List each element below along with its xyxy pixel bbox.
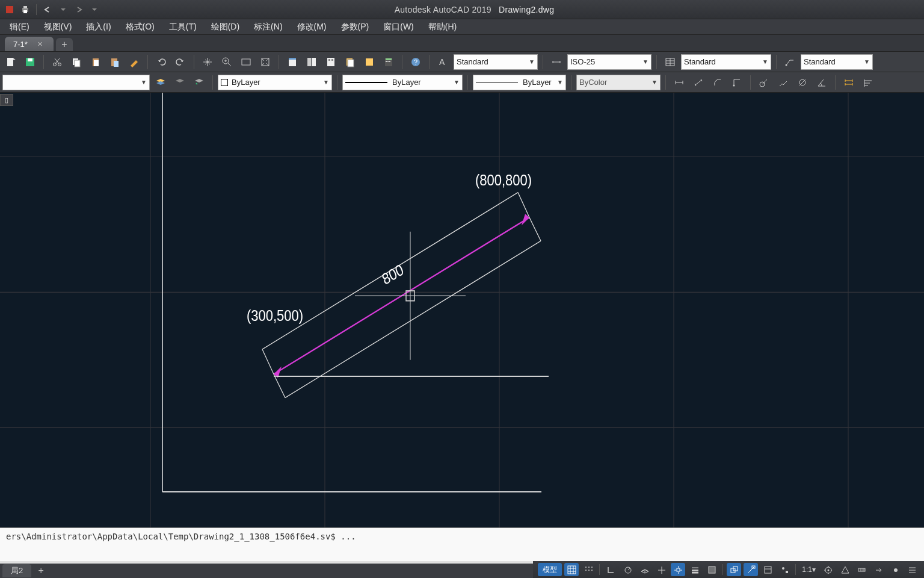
paste-special-icon[interactable] (106, 54, 123, 70)
dynamic-input-icon[interactable] (744, 563, 758, 576)
toolbar-row-1: ? A Standard▼ ISO-25▼ Standard▼ Standard… (0, 52, 924, 72)
dim-style-icon[interactable] (548, 54, 565, 70)
redo-icon[interactable] (172, 54, 189, 70)
close-icon[interactable]: ✕ (37, 40, 43, 48)
undo-icon[interactable] (42, 4, 54, 16)
text-style-icon[interactable]: A (434, 54, 451, 70)
grid-toggle-icon[interactable] (564, 563, 579, 576)
menu-dim[interactable]: 标注(N) (247, 20, 289, 34)
menu-format[interactable]: 格式(O) (119, 20, 162, 34)
cut-icon[interactable] (49, 54, 66, 70)
menu-param[interactable]: 参数(P) (334, 20, 377, 34)
dim-style-value: ISO-25 (570, 57, 595, 66)
design-center-icon[interactable] (303, 54, 320, 70)
annotation-monitor-icon[interactable] (837, 563, 852, 576)
dim-baseline-icon[interactable] (860, 74, 876, 91)
lineweight-toggle-icon[interactable] (688, 563, 702, 576)
workspace-switch-icon[interactable] (821, 563, 835, 576)
properties-icon[interactable] (284, 54, 301, 70)
dim-value-text: 800 (380, 261, 406, 288)
paste-icon[interactable] (87, 54, 104, 70)
linetype-dropdown[interactable]: ByLayer▼ (342, 75, 463, 90)
polar-toggle-icon[interactable] (620, 563, 635, 576)
dim-angular-icon[interactable] (813, 74, 830, 91)
table-style-dropdown[interactable]: Standard▼ (681, 54, 771, 70)
quickcalc-icon[interactable] (380, 54, 397, 70)
command-line-area[interactable]: ers\Administrator\AppData\Local\Temp\Dra… (0, 527, 924, 564)
layer-properties-icon[interactable] (152, 74, 169, 91)
annotation-scale[interactable]: 1:1 ▾ (799, 563, 818, 576)
tool-palettes-icon[interactable] (322, 54, 339, 70)
menu-window[interactable]: 窗口(W) (376, 20, 421, 34)
layer-dropdown[interactable]: ▼ (2, 75, 150, 90)
cycling-icon[interactable] (727, 563, 741, 576)
svg-point-72 (591, 570, 593, 571)
menu-help[interactable]: 帮助(H) (421, 20, 464, 34)
sheet-set-icon[interactable] (342, 54, 359, 70)
dim-ordinate-icon[interactable] (728, 74, 745, 91)
plotstyle-dropdown[interactable]: ByColor▼ (576, 75, 661, 90)
dim-aligned-icon[interactable] (690, 74, 707, 91)
isodraft-icon[interactable] (637, 563, 651, 576)
print-icon[interactable] (19, 4, 31, 16)
dim-linear-icon[interactable] (671, 74, 688, 91)
dim-jogged-icon[interactable] (775, 74, 792, 91)
new-icon[interactable] (2, 54, 19, 70)
layer-previous-icon[interactable] (191, 74, 208, 91)
markup-icon[interactable] (361, 54, 378, 70)
zoom-extents-icon[interactable] (257, 54, 274, 70)
status-bar: 模型 1:1 ▾ (533, 561, 924, 578)
app-icon[interactable] (4, 4, 16, 16)
isolate-objects-icon[interactable] (888, 563, 902, 576)
dim-diameter-icon[interactable] (794, 74, 811, 91)
save-icon[interactable] (22, 54, 38, 70)
copy-icon[interactable] (68, 54, 85, 70)
units-icon[interactable] (854, 563, 869, 576)
osnap-toggle-icon[interactable] (654, 563, 668, 576)
selection-filter-icon[interactable] (777, 563, 792, 576)
mleader-style-icon[interactable] (781, 54, 798, 70)
snap-toggle-icon[interactable] (581, 563, 596, 576)
dim-style-dropdown[interactable]: ISO-25▼ (567, 54, 651, 70)
redo-icon[interactable] (73, 4, 85, 16)
hardware-accel-icon[interactable] (871, 563, 886, 576)
table-style-icon[interactable] (662, 54, 679, 70)
autosnap-toggle-icon[interactable] (671, 563, 685, 576)
help-icon[interactable]: ? (407, 54, 424, 70)
pan-icon[interactable] (199, 54, 216, 70)
match-properties-icon[interactable] (126, 54, 143, 70)
menu-edit[interactable]: 辑(E) (2, 20, 37, 34)
aligned-dimension[interactable] (262, 193, 549, 398)
model-button[interactable]: 模型 (538, 563, 562, 576)
svg-rect-22 (327, 58, 334, 66)
drawing-area[interactable]: ▯ (0, 93, 924, 527)
undo-dropdown-icon[interactable] (57, 4, 69, 16)
undo-icon[interactable] (153, 54, 170, 70)
menu-modify[interactable]: 修改(M) (290, 20, 334, 34)
menu-tools[interactable]: 工具(T) (162, 20, 204, 34)
layer-states-icon[interactable] (171, 74, 188, 91)
menu-draw[interactable]: 绘图(D) (204, 20, 247, 34)
model-space-canvas[interactable]: 800 (800,800) (300,500) (0, 93, 924, 527)
redo-dropdown-icon[interactable] (88, 4, 100, 16)
layout-tab[interactable]: 局2 (2, 564, 31, 577)
new-tab-button[interactable]: + (56, 38, 73, 51)
menu-view[interactable]: 视图(V) (37, 20, 79, 34)
add-layout-button[interactable]: + (34, 565, 48, 576)
dim-quick-icon[interactable] (840, 74, 857, 91)
text-style-dropdown[interactable]: Standard▼ (454, 54, 538, 70)
mleader-style-dropdown[interactable]: Standard▼ (801, 54, 873, 70)
file-tab[interactable]: 7-1* ✕ (5, 37, 54, 51)
ortho-toggle-icon[interactable] (603, 563, 618, 576)
quick-properties-icon[interactable] (760, 563, 775, 576)
svg-rect-66 (568, 566, 576, 574)
zoom-window-icon[interactable] (238, 54, 254, 70)
transparency-toggle-icon[interactable] (704, 563, 719, 576)
customize-icon[interactable] (905, 563, 919, 576)
dim-arc-icon[interactable] (709, 74, 726, 91)
menu-insert[interactable]: 插入(I) (79, 20, 118, 34)
dim-radius-icon[interactable] (756, 74, 772, 91)
color-dropdown[interactable]: ByLayer▼ (218, 75, 332, 90)
lineweight-dropdown[interactable]: ByLayer▼ (473, 75, 566, 90)
zoom-icon[interactable] (218, 54, 235, 70)
